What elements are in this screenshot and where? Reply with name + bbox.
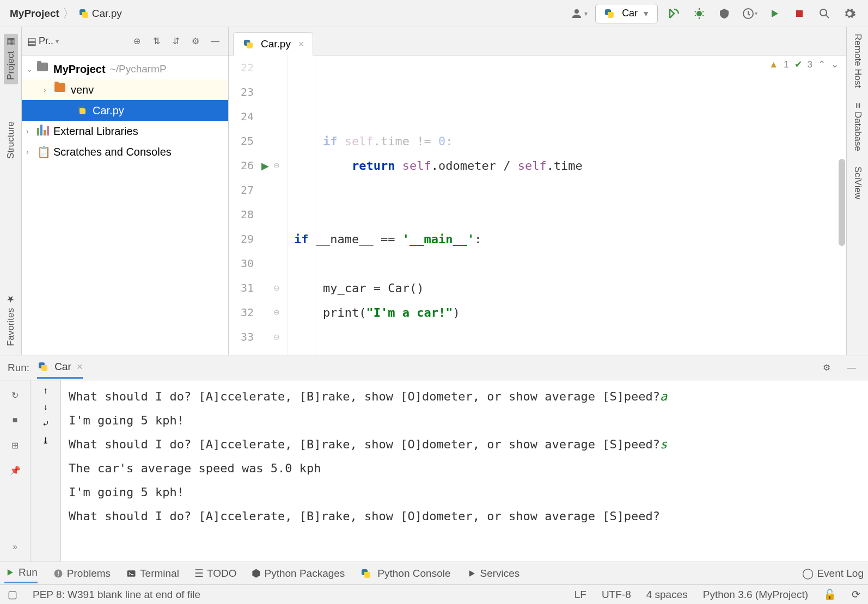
breadcrumb-file[interactable]: Car.py: [92, 8, 122, 20]
editor[interactable]: 22232425262728293031323334 ▶ ⊖⊖⊖⊖⊖ if se…: [229, 56, 846, 355]
run-gutter-icon[interactable]: ▶: [261, 160, 269, 172]
tab-terminal[interactable]: Terminal: [126, 568, 179, 580]
run-config-name: Car: [622, 8, 638, 19]
stop-process-button[interactable]: ■: [6, 411, 25, 429]
inspection-widget[interactable]: ▲ 1 ✔ 3 ⌃ ⌄: [769, 59, 839, 70]
stop-button[interactable]: [791, 5, 808, 22]
status-encoding[interactable]: UTF-8: [602, 589, 631, 601]
settings-button[interactable]: [841, 5, 858, 22]
console-line: The car's average speed was 5.0 kph: [69, 457, 860, 480]
console-line: I'm going 5 kph!: [69, 409, 860, 433]
code-line[interactable]: print("I'm a car!"): [294, 300, 846, 325]
tree-external-libraries[interactable]: › External Libraries: [22, 121, 228, 141]
tool-project[interactable]: Project ▦: [4, 34, 18, 84]
hide-panel-button[interactable]: —: [207, 34, 223, 49]
profile-button[interactable]: ▾: [741, 5, 758, 22]
prev-highlight-icon[interactable]: ⌃: [818, 59, 826, 70]
debug-button[interactable]: [690, 5, 708, 22]
user-icon[interactable]: ▾: [570, 5, 588, 22]
up-button[interactable]: ↑: [44, 386, 48, 396]
editor-tab-car[interactable]: Car.py ×: [233, 32, 313, 56]
code-line[interactable]: while True:: [294, 349, 846, 355]
tool-favorites[interactable]: Favorites ★: [5, 294, 16, 346]
tool-remote-host[interactable]: Remote Host: [852, 34, 863, 88]
tab-todo[interactable]: ☰ TODO: [194, 567, 237, 580]
panel-settings-button[interactable]: ⚙: [188, 34, 203, 49]
code-line[interactable]: [294, 178, 846, 202]
run-toolbar-console: ↑ ↓ ⤶ ⤓: [30, 380, 61, 562]
status-line-separator[interactable]: LF: [574, 589, 586, 601]
fold-icon[interactable]: ⊖: [273, 308, 282, 317]
close-tab-icon[interactable]: ×: [77, 361, 83, 373]
tab-problems[interactable]: Problems: [53, 568, 111, 580]
code-line[interactable]: if self.time != 0:: [294, 129, 846, 153]
tab-run[interactable]: Run: [4, 566, 38, 583]
status-interpreter[interactable]: Python 3.6 (MyProject): [703, 589, 808, 601]
tab-services[interactable]: Services: [466, 568, 520, 580]
status-tool-windows-icon[interactable]: ▢: [8, 588, 17, 601]
expand-all-button[interactable]: ⇅: [149, 34, 164, 49]
tool-database[interactable]: ≡ Database: [852, 103, 863, 151]
fold-icon[interactable]: ⊖: [273, 332, 282, 341]
run-config-selector[interactable]: Car ▼: [595, 4, 658, 23]
next-highlight-icon[interactable]: ⌄: [831, 59, 839, 70]
star-icon: ★: [5, 294, 16, 305]
fold-icon[interactable]: ⊖: [273, 283, 282, 292]
project-view-selector[interactable]: ▤ Pr.. ▾: [27, 35, 125, 47]
search-button[interactable]: [816, 5, 833, 22]
breadcrumb-project[interactable]: MyProject: [10, 8, 59, 20]
down-button[interactable]: ↓: [44, 402, 48, 412]
code-line[interactable]: [294, 325, 846, 349]
folder-icon: [54, 83, 65, 92]
coverage-button[interactable]: [716, 5, 733, 22]
status-indent[interactable]: 4 spaces: [646, 589, 688, 601]
tree-file-car[interactable]: Car.py: [22, 100, 228, 121]
expand-icon[interactable]: ›: [44, 85, 54, 94]
code-line[interactable]: if __name__ == '__main__':: [294, 227, 846, 251]
status-message: PEP 8: W391 blank line at end of file: [33, 589, 200, 601]
more-button[interactable]: »: [6, 538, 25, 556]
pin-button[interactable]: 📌: [6, 461, 25, 479]
rerun-button[interactable]: ↻: [6, 386, 25, 404]
run-button[interactable]: [665, 5, 683, 22]
locate-button[interactable]: ⊕: [129, 34, 144, 49]
expand-icon[interactable]: ›: [26, 147, 37, 156]
hide-run-button[interactable]: —: [843, 359, 860, 377]
run-tab-car[interactable]: Car ×: [37, 361, 83, 379]
expand-icon[interactable]: ›: [26, 127, 37, 135]
fold-icon[interactable]: ⊖: [273, 161, 282, 170]
code-line[interactable]: [294, 251, 846, 276]
code-line[interactable]: my_car = Car(): [294, 276, 846, 300]
code-line[interactable]: return self.odometer / self.time: [294, 153, 846, 178]
scratches-icon: 📋: [37, 145, 50, 158]
breadcrumb[interactable]: MyProject 〉 Car.py: [10, 5, 122, 22]
tab-python-console[interactable]: Python Console: [360, 568, 450, 580]
tab-python-packages[interactable]: ⬢ Python Packages: [252, 567, 345, 580]
scroll-to-end-button[interactable]: ⤓: [42, 435, 49, 446]
tool-structure[interactable]: Structure: [5, 121, 16, 159]
run-settings-button[interactable]: ⚙: [818, 359, 835, 377]
code-area[interactable]: if self.time != 0: return self.odometer …: [288, 56, 846, 355]
console-output[interactable]: What should I do? [A]ccelerate, [B]rake,…: [61, 380, 868, 562]
tab-event-log[interactable]: ◯ Event Log: [802, 567, 864, 580]
collapse-all-button[interactable]: ⇵: [168, 34, 184, 49]
code-line[interactable]: [294, 202, 846, 227]
tree-scratches[interactable]: › 📋 Scratches and Consoles: [22, 141, 228, 162]
tree-venv[interactable]: › venv: [22, 79, 228, 100]
fold-gutter[interactable]: ⊖⊖⊖⊖⊖: [273, 56, 288, 355]
soft-wrap-button[interactable]: ⤶: [42, 418, 49, 429]
tool-sciview[interactable]: SciView: [852, 167, 863, 199]
left-tool-strip: Project ▦ Structure Favorites ★: [0, 27, 22, 355]
run-with-button[interactable]: [766, 5, 783, 22]
status-sync-icon[interactable]: ⟳: [852, 588, 860, 601]
status-bar: ▢ PEP 8: W391 blank line at end of file …: [0, 584, 868, 604]
status-lock-icon[interactable]: 🔓: [823, 588, 836, 601]
tree-root[interactable]: ⌄ MyProject ~/PycharmP: [22, 59, 228, 79]
expand-icon[interactable]: ⌄: [26, 65, 37, 73]
gutter-marks[interactable]: ▶: [259, 56, 273, 355]
close-tab-icon[interactable]: ×: [298, 39, 304, 50]
scrollbar-thumb[interactable]: [839, 159, 845, 246]
layout-button[interactable]: ⊞: [6, 436, 25, 454]
editor-tabs: Car.py ×: [229, 27, 846, 56]
project-tree[interactable]: ⌄ MyProject ~/PycharmP › venv Car.py › E…: [22, 56, 228, 355]
